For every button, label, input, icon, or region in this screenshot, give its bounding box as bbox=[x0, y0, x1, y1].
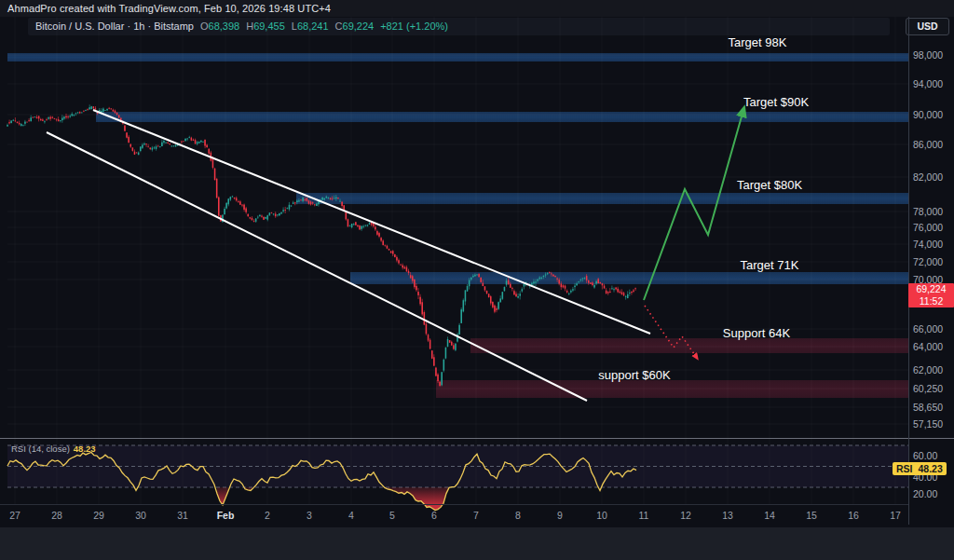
price-tick: 78,000 bbox=[913, 206, 943, 217]
label-support-64k: Support 64K bbox=[723, 326, 790, 340]
time-tick: 8 bbox=[515, 510, 521, 521]
time-tick: 3 bbox=[307, 510, 312, 521]
time-tick: 15 bbox=[806, 510, 817, 521]
label-support-60k: support $60K bbox=[598, 368, 670, 382]
label-target-71k: Target 71K bbox=[741, 258, 799, 272]
last-price-time: 11:52 bbox=[908, 295, 954, 307]
price-tick: 62,000 bbox=[913, 364, 943, 376]
rsi-badge-value: 48.23 bbox=[919, 462, 943, 475]
last-price-value: 69,224 bbox=[908, 283, 954, 295]
rsi-value: 48.23 bbox=[74, 444, 96, 454]
label-target-80k: Target $80K bbox=[737, 178, 802, 192]
time-tick: 5 bbox=[389, 510, 395, 521]
rsi-axis-badge: RSI 48.23 bbox=[893, 462, 947, 475]
footer-bar: TradingView bbox=[0, 527, 954, 560]
time-tick: 4 bbox=[348, 510, 354, 521]
rsi-tick: 20.00 bbox=[913, 488, 937, 499]
time-tick: 28 bbox=[51, 510, 62, 521]
price-tick: 72,000 bbox=[913, 256, 943, 267]
time-tick: 11 bbox=[639, 510, 649, 521]
rsi-label: RSI (14, close) bbox=[11, 444, 70, 454]
time-tick: 29 bbox=[93, 510, 104, 521]
time-tick: 2 bbox=[265, 510, 270, 521]
price-tick: 57,150 bbox=[913, 418, 943, 430]
price-tick: 82,000 bbox=[913, 171, 943, 183]
price-tick: 90,000 bbox=[913, 109, 943, 120]
time-tick: 17 bbox=[890, 510, 901, 521]
time-tick: 31 bbox=[177, 510, 188, 521]
time-tick: Feb bbox=[217, 510, 235, 521]
tradingview-chart-screenshot: AhmadPro created with TradingView.com, F… bbox=[0, 0, 954, 560]
price-tick: 94,000 bbox=[913, 78, 943, 89]
time-tick: 7 bbox=[473, 510, 479, 521]
price-chart-canvas[interactable] bbox=[0, 0, 954, 560]
price-tick: 98,000 bbox=[913, 49, 943, 61]
price-tick: 58,650 bbox=[913, 402, 943, 413]
price-tick: 66,000 bbox=[913, 323, 943, 335]
time-tick: 10 bbox=[596, 510, 607, 521]
price-tick: 86,000 bbox=[913, 139, 943, 150]
time-tick: 9 bbox=[557, 510, 563, 521]
label-target-98k: Target 98K bbox=[729, 35, 787, 49]
time-tick: 13 bbox=[722, 510, 733, 521]
time-tick: 6 bbox=[431, 510, 437, 521]
price-tick: 64,000 bbox=[913, 341, 943, 352]
time-tick: 27 bbox=[9, 510, 20, 521]
last-price-label: 69,224 11:52 bbox=[908, 283, 954, 307]
time-tick: 30 bbox=[135, 510, 146, 521]
price-tick: 60,250 bbox=[913, 383, 943, 394]
price-tick: 76,000 bbox=[913, 222, 943, 233]
rsi-badge-text: RSI bbox=[896, 462, 913, 475]
time-tick: 16 bbox=[848, 510, 859, 521]
label-target-90k: Target $90K bbox=[743, 95, 809, 109]
time-tick: 12 bbox=[680, 510, 691, 521]
rsi-tick: 60.00 bbox=[913, 450, 937, 461]
price-tick: 74,000 bbox=[913, 239, 943, 250]
time-tick: 14 bbox=[764, 510, 775, 521]
rsi-legend: RSI (14, close)48.23 bbox=[11, 444, 96, 454]
